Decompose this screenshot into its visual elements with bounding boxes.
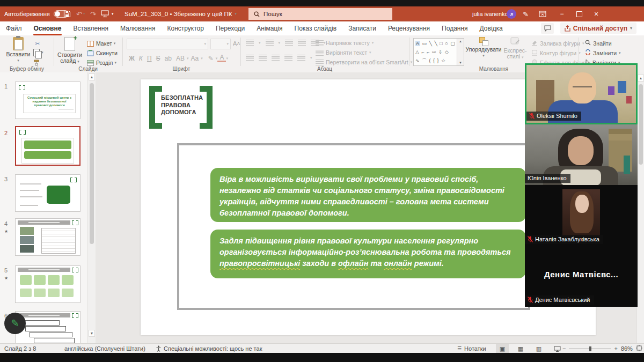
participant-video-nataliia[interactable]: Наталія Закаблуківська <box>525 185 638 246</box>
slide-thumbnail-3[interactable] <box>15 174 80 212</box>
increase-indent-icon[interactable] <box>298 40 306 46</box>
reading-view-button[interactable]: ▥ <box>532 344 545 353</box>
quick-access-dropdown-icon[interactable]: ▾ <box>112 6 114 21</box>
new-slide-button[interactable]: + Створитислайд ▾ <box>56 37 84 64</box>
quick-styles-button[interactable]: Експрес-стилі ▾ <box>501 37 529 60</box>
scrollbar-thumb[interactable] <box>639 84 643 165</box>
tab-draw[interactable]: Малювання <box>114 21 161 35</box>
align-text-button[interactable]: Вирівняти текст▾ <box>316 49 371 56</box>
redo-icon[interactable]: ↷ <box>90 6 96 21</box>
underline-icon[interactable]: П <box>145 55 154 62</box>
normal-view-button[interactable]: ▣ <box>496 344 509 353</box>
columns-icon[interactable] <box>297 55 305 61</box>
font-name-select[interactable]: ▾ <box>127 39 208 49</box>
decrease-indent-icon[interactable] <box>285 40 293 46</box>
editor-scrollbar[interactable]: ▲ <box>636 72 644 343</box>
search-input[interactable]: Пошук <box>248 8 392 20</box>
tab-home[interactable]: Основне <box>28 21 68 35</box>
slide-thumbnail-1[interactable]: Сумський місцевий центр з надання безопл… <box>15 82 80 119</box>
tab-view[interactable]: Подання <box>436 21 473 35</box>
tab-slideshow[interactable]: Показ слайдів <box>289 21 343 35</box>
slideshow-view-button[interactable] <box>551 344 564 353</box>
font-size-select[interactable]: ▾ <box>210 39 231 49</box>
scroll-up-button[interactable]: ▲ <box>89 73 95 80</box>
bullets-icon[interactable] <box>246 40 254 46</box>
tab-animations[interactable]: Анімація <box>251 21 288 35</box>
text-shadow-icon[interactable]: ab <box>163 55 174 62</box>
slide-sorter-view-button[interactable]: ▦ <box>514 344 527 353</box>
shape-fill-button[interactable]: Заливка фігури▾ <box>531 40 584 47</box>
align-center-icon[interactable] <box>259 55 267 61</box>
shapes-gallery[interactable]: A ▭ ╲ ╲ □ ○ ▢ △ ⌐ ⌐ ⇨ ⇩ ◇ ∿ ⌒ ( { } ☆ <box>413 38 457 66</box>
replace-button[interactable]: Замінити▾ <box>585 49 621 56</box>
format-painter-button[interactable] <box>33 59 40 66</box>
participant-video-yuliia[interactable]: Юлія Іваненко <box>525 124 638 185</box>
zoom-level[interactable]: 86% <box>621 345 633 352</box>
annotate-floating-button[interactable]: ✎ <box>4 313 26 334</box>
justify-icon[interactable] <box>284 55 292 61</box>
slide-thumbnail-5[interactable] <box>15 265 80 303</box>
align-right-icon[interactable] <box>272 55 280 61</box>
smartart-button[interactable]: Перетворити на об'єкт SmartArt▾ <box>316 59 412 65</box>
tab-file[interactable]: Файл <box>0 21 28 35</box>
find-button[interactable]: Знайти <box>585 40 612 47</box>
share-button[interactable]: Спільний доступ ▾ <box>560 23 636 34</box>
tab-design[interactable]: Конструктор <box>161 21 209 35</box>
bold-icon[interactable]: Ж <box>127 55 137 62</box>
slide-text-box-1[interactable]: Віра в можливість вирішувати свої пробле… <box>210 168 526 222</box>
minimize-button[interactable]: − <box>554 6 570 21</box>
cut-button[interactable]: ✂ <box>33 39 42 48</box>
scroll-down-button[interactable]: ▼ <box>89 330 95 337</box>
fit-slide-button[interactable] <box>636 345 642 352</box>
reset-button[interactable]: Скинути <box>86 49 118 57</box>
tab-transitions[interactable]: Переходи <box>210 21 251 35</box>
tab-help[interactable]: Довідка <box>474 21 509 35</box>
close-button[interactable]: × <box>588 6 604 21</box>
scroll-up-button[interactable]: ▲ <box>638 75 644 82</box>
slide-thumbnail-4[interactable] <box>15 218 80 256</box>
thumbnail-scrollbar[interactable]: ▲ ▼ <box>87 72 96 343</box>
start-slideshow-icon[interactable] <box>101 6 109 21</box>
font-color-icon[interactable]: А <box>217 55 226 62</box>
copy-button[interactable]: ▾ <box>33 49 43 56</box>
language-indicator[interactable]: англійська (Сполучені Штати) <box>64 344 145 353</box>
user-avatar[interactable]: JI <box>507 9 516 19</box>
grow-font-icon[interactable]: А˄ <box>233 40 240 47</box>
tab-record[interactable]: Записати <box>342 21 382 35</box>
undo-icon[interactable]: ↶▾ <box>76 6 85 21</box>
maximize-button[interactable] <box>571 6 587 21</box>
zoom-slider-handle[interactable] <box>589 346 591 351</box>
italic-icon[interactable]: К <box>137 55 145 62</box>
layout-button[interactable]: Макет▾ <box>86 39 115 48</box>
tab-review[interactable]: Рецензування <box>382 21 436 35</box>
character-spacing-icon[interactable]: АВ <box>174 55 187 62</box>
user-name[interactable]: julia ivanenko <box>472 6 508 21</box>
shape-outline-button[interactable]: Контур фігури▾ <box>531 49 581 57</box>
shapes-gallery-scrollbar[interactable]: ▲ ▼ <box>457 38 464 66</box>
zoom-in-button[interactable]: + <box>614 345 617 352</box>
ribbon-display-options-icon[interactable] <box>539 6 546 21</box>
participant-video-denys[interactable]: Денис Матвієвс... Денис Матвієвський <box>525 246 638 307</box>
participant-video-oleksii[interactable]: Oleksii Shumilo <box>525 63 638 124</box>
arrange-button[interactable]: Упорядкувати ▾ <box>466 37 501 58</box>
slide-thumbnail-2-selected[interactable] <box>15 126 80 166</box>
accessibility-status[interactable]: Спеціальні можливості: щось не так <box>156 344 262 353</box>
save-icon[interactable] <box>63 6 71 21</box>
scrollbar-thumb[interactable] <box>90 83 94 244</box>
comments-button[interactable] <box>541 23 554 34</box>
change-case-icon[interactable]: Аа <box>188 55 201 62</box>
paste-button[interactable]: Вставити ▾ <box>4 37 32 63</box>
notes-button[interactable]: ☰ Нотатки <box>457 344 486 353</box>
document-title[interactable]: SuM_21_303_0 • Збережено у цей ПК <box>125 11 232 17</box>
strikethrough-icon[interactable]: S <box>154 55 163 62</box>
text-direction-button[interactable]: Напрямок тексту▾ <box>316 40 374 46</box>
slide-text-box-2[interactable]: Задля підвищення рівня правової культури… <box>210 230 526 278</box>
align-left-icon[interactable] <box>246 55 254 61</box>
numbering-icon[interactable] <box>266 40 274 46</box>
title-dropdown-icon[interactable]: ▾ <box>235 12 237 16</box>
zoom-out-button[interactable]: − <box>562 345 566 352</box>
highlight-pen-icon[interactable]: ✎ <box>206 55 216 62</box>
zoom-slider[interactable] <box>569 349 611 349</box>
tab-insert[interactable]: Вставлення <box>67 21 114 35</box>
pen-mode-icon[interactable]: ✎ <box>523 6 529 21</box>
